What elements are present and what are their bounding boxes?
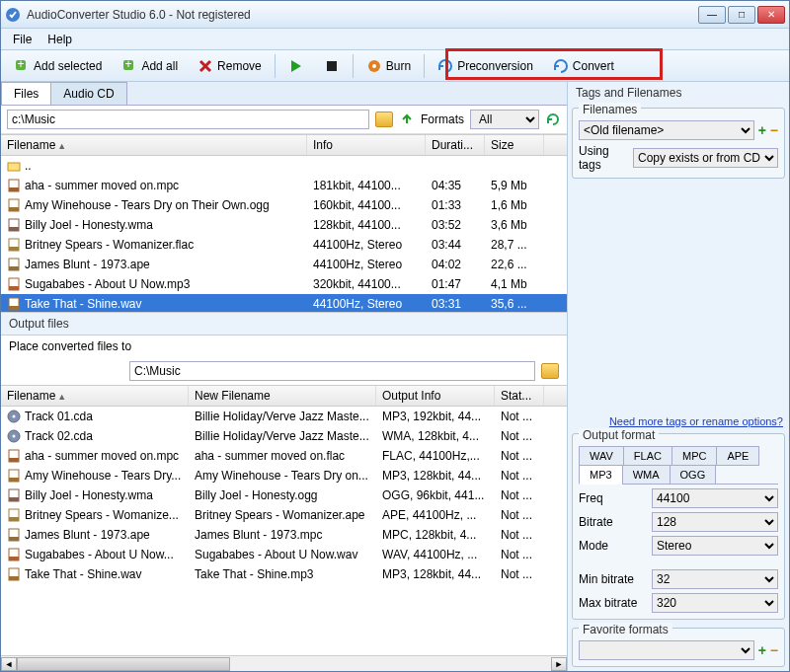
output-file-list[interactable]: Filename▲ New Filename Output Info Stat.… bbox=[1, 385, 567, 655]
bitrate-select[interactable]: 128 bbox=[652, 512, 778, 532]
remove-icon bbox=[198, 58, 213, 74]
output-row[interactable]: Track 02.cdaBillie Holiday/Verve Jazz Ma… bbox=[1, 426, 567, 446]
svg-rect-40 bbox=[9, 576, 19, 580]
remove-button[interactable]: Remove bbox=[189, 54, 271, 78]
file-row[interactable]: Amy Winehouse - Tears Dry on Their Own.o… bbox=[1, 195, 567, 215]
format-tabs: WAVFLACMPCAPEMP3WMAOGG bbox=[579, 446, 778, 485]
svg-text:+: + bbox=[17, 58, 24, 71]
format-tab-wma[interactable]: WMA bbox=[622, 465, 671, 485]
filenames-group: Filenames <Old filename> + − Using tags … bbox=[572, 108, 785, 179]
file-row[interactable]: Take That - Shine.wav44100Hz, Stereo03:3… bbox=[1, 294, 567, 312]
format-tab-mp3[interactable]: MP3 bbox=[579, 465, 623, 485]
svg-rect-14 bbox=[9, 227, 19, 231]
up-folder-icon[interactable] bbox=[399, 112, 415, 127]
close-button[interactable]: ✕ bbox=[757, 6, 785, 24]
refresh-icon[interactable] bbox=[545, 112, 561, 127]
favorite-format-select[interactable] bbox=[579, 640, 754, 660]
format-tab-ape[interactable]: APE bbox=[716, 446, 759, 466]
col-info[interactable]: Info bbox=[307, 135, 426, 155]
add-selected-icon: + bbox=[14, 58, 30, 74]
output-row[interactable]: Take That - Shine.wavTake That - Shine.m… bbox=[1, 564, 567, 584]
menu-help[interactable]: Help bbox=[41, 31, 78, 48]
file-row[interactable]: aha - summer moved on.mpc181kbit, 44100.… bbox=[1, 176, 567, 195]
svg-rect-36 bbox=[9, 537, 19, 541]
burn-button[interactable]: Burn bbox=[357, 54, 420, 78]
add-template-icon[interactable]: + bbox=[758, 122, 766, 138]
min-bitrate-select[interactable]: 32 bbox=[652, 569, 778, 589]
add-favorite-icon[interactable]: + bbox=[758, 642, 766, 658]
preconversion-button[interactable]: Preconversion bbox=[429, 54, 542, 78]
source-path-input[interactable] bbox=[7, 110, 369, 129]
add-selected-button[interactable]: + Add selected bbox=[5, 54, 111, 78]
menu-file[interactable]: File bbox=[7, 31, 38, 48]
window-title: AudioConverter Studio 6.0 - Not register… bbox=[27, 8, 698, 22]
more-options-link[interactable]: Need more tags or rename options? bbox=[568, 413, 789, 429]
minimize-button[interactable]: — bbox=[698, 6, 726, 24]
ocol-outinfo[interactable]: Output Info bbox=[376, 386, 495, 406]
file-row[interactable]: Billy Joel - Honesty.wma128kbit, 44100..… bbox=[1, 215, 567, 235]
file-row[interactable]: .. bbox=[1, 156, 567, 176]
using-tags-label: Using tags bbox=[579, 144, 629, 172]
scroll-left-button[interactable]: ◄ bbox=[1, 657, 17, 671]
format-tab-wav[interactable]: WAV bbox=[579, 446, 624, 466]
remove-template-icon[interactable]: − bbox=[770, 122, 778, 138]
remove-favorite-icon[interactable]: − bbox=[770, 642, 778, 658]
scroll-thumb[interactable] bbox=[17, 657, 230, 671]
svg-rect-5 bbox=[327, 61, 337, 71]
col-filename[interactable]: Filename▲ bbox=[1, 135, 307, 155]
ocol-newfile[interactable]: New Filename bbox=[189, 386, 376, 406]
svg-rect-32 bbox=[9, 497, 19, 501]
svg-rect-18 bbox=[9, 266, 19, 270]
play-button[interactable] bbox=[279, 54, 313, 78]
svg-rect-12 bbox=[9, 207, 19, 211]
tab-audiocd[interactable]: Audio CD bbox=[50, 82, 126, 105]
stop-button[interactable] bbox=[315, 54, 349, 78]
output-path-input[interactable] bbox=[129, 361, 535, 381]
file-row[interactable]: James Blunt - 1973.ape44100Hz, Stereo04:… bbox=[1, 255, 567, 274]
source-tabs: Files Audio CD bbox=[1, 82, 567, 106]
output-row[interactable]: Britney Spears - Womanize...Britney Spea… bbox=[1, 505, 567, 525]
add-all-button[interactable]: + Add all bbox=[113, 54, 187, 78]
using-tags-select[interactable]: Copy exists or from CD bbox=[633, 148, 778, 168]
format-tab-flac[interactable]: FLAC bbox=[623, 446, 672, 466]
convert-button[interactable]: Convert bbox=[544, 54, 623, 78]
formats-label: Formats bbox=[421, 112, 464, 126]
svg-rect-10 bbox=[9, 187, 19, 191]
svg-rect-30 bbox=[9, 478, 19, 482]
format-tab-ogg[interactable]: OGG bbox=[670, 465, 717, 485]
format-tab-mpc[interactable]: MPC bbox=[672, 446, 717, 466]
scroll-right-button[interactable]: ► bbox=[551, 657, 567, 671]
filename-template-select[interactable]: <Old filename> bbox=[579, 120, 754, 140]
mode-select[interactable]: Stereo bbox=[652, 536, 778, 556]
svg-rect-8 bbox=[8, 163, 20, 171]
convert-icon bbox=[553, 58, 569, 74]
browse-folder-icon[interactable] bbox=[375, 112, 393, 127]
maximize-button[interactable]: □ bbox=[728, 6, 755, 24]
output-row[interactable]: Sugababes - About U Now...Sugababes - Ab… bbox=[1, 545, 567, 564]
input-file-list[interactable]: Filename▲ Info Durati... Size ..aha - su… bbox=[1, 134, 567, 312]
output-files-title: Output files bbox=[1, 312, 567, 336]
output-row[interactable]: Amy Winehouse - Tears Dry...Amy Winehous… bbox=[1, 466, 567, 485]
preconversion-icon bbox=[437, 58, 453, 74]
tab-files[interactable]: Files bbox=[1, 82, 51, 105]
output-row[interactable]: Billy Joel - Honesty.wmaBilly Joel - Hon… bbox=[1, 485, 567, 505]
max-bitrate-select[interactable]: 320 bbox=[652, 593, 778, 613]
tags-section-title: Tags and Filenames bbox=[568, 82, 789, 104]
ocol-filename[interactable]: Filename▲ bbox=[1, 386, 189, 406]
ocol-status[interactable]: Stat... bbox=[495, 386, 544, 406]
output-row[interactable]: Track 01.cdaBillie Holiday/Verve Jazz Ma… bbox=[1, 407, 567, 426]
file-row[interactable]: Britney Spears - Womanizer.flac44100Hz, … bbox=[1, 235, 567, 255]
freq-select[interactable]: 44100 bbox=[652, 488, 778, 508]
output-row[interactable]: James Blunt - 1973.apeJames Blunt - 1973… bbox=[1, 525, 567, 545]
file-row[interactable]: Sugababes - About U Now.mp3320kbit, 4410… bbox=[1, 274, 567, 294]
output-format-group: Output format WAVFLACMPCAPEMP3WMAOGG Fre… bbox=[572, 433, 785, 620]
horizontal-scrollbar[interactable]: ◄ ► bbox=[1, 655, 567, 671]
svg-point-7 bbox=[372, 64, 376, 68]
svg-rect-34 bbox=[9, 517, 19, 521]
browse-output-icon[interactable] bbox=[541, 363, 559, 379]
col-duration[interactable]: Durati... bbox=[426, 135, 485, 155]
output-row[interactable]: aha - summer moved on.mpcaha - summer mo… bbox=[1, 446, 567, 466]
col-size[interactable]: Size bbox=[485, 135, 544, 155]
add-all-icon: + bbox=[121, 58, 137, 74]
formats-select[interactable]: All bbox=[470, 110, 539, 129]
